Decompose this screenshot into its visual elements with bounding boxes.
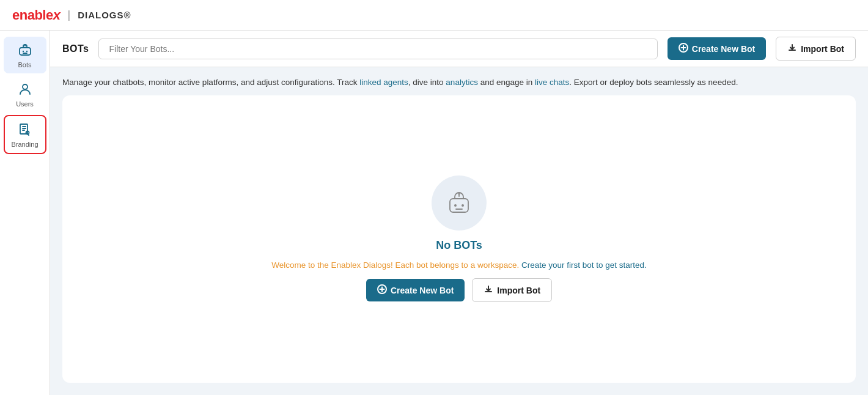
plus-circle-icon-empty [377,284,387,296]
create-new-bot-button-top[interactable]: Create New Bot [668,37,766,60]
sidebar-item-users[interactable]: Users [4,76,46,113]
svg-point-1 [22,51,23,52]
logo-divider: | [67,9,70,21]
app-logo: enablex | DIALOGS® [12,7,131,23]
sidebar: Bots Users Bra [0,31,50,395]
download-icon-empty [484,284,493,296]
download-icon [787,43,797,54]
search-input[interactable] [98,39,657,59]
topbar: BOTs Create New Bot [50,31,868,67]
main-layout: Bots Users Bra [0,31,868,395]
no-bots-title: No BOTs [436,239,482,252]
import-bot-button-empty[interactable]: Import Bot [472,278,552,302]
bot-icon [17,42,34,59]
sidebar-item-branding[interactable]: Branding [4,115,46,154]
no-bots-description: Welcome to the Enablex Dialogs! Each bot… [271,260,647,270]
branding-icon [17,121,34,138]
create-new-bot-button-empty[interactable]: Create New Bot [366,279,465,301]
import-bot-button-top[interactable]: Import Bot [776,37,856,61]
empty-bot-icon-circle [432,175,487,231]
svg-point-15 [462,204,464,207]
users-icon [17,81,34,98]
svg-point-4 [23,84,28,89]
logo-dialogs-text: DIALOGS® [78,10,131,20]
sidebar-branding-label: Branding [11,141,38,148]
page-title: BOTs [62,43,89,54]
svg-rect-0 [20,48,31,55]
svg-point-17 [458,193,460,195]
empty-state-card: No BOTs Welcome to the Enablex Dialogs! … [62,95,856,383]
logo-enablex-text: enablex [12,7,60,23]
empty-state-actions: Create New Bot Import Bot [366,278,552,302]
svg-point-14 [454,204,457,207]
svg-rect-13 [450,199,468,212]
sidebar-bots-label: Bots [18,61,31,68]
sidebar-item-bots[interactable]: Bots [4,37,46,73]
svg-point-2 [26,51,27,52]
app-header: enablex | DIALOGS® [0,0,868,31]
info-text: Manage your chatbots, monitor active pla… [50,67,868,95]
sidebar-users-label: Users [16,100,34,108]
main-content: BOTs Create New Bot [50,31,868,395]
plus-circle-icon [679,43,688,54]
